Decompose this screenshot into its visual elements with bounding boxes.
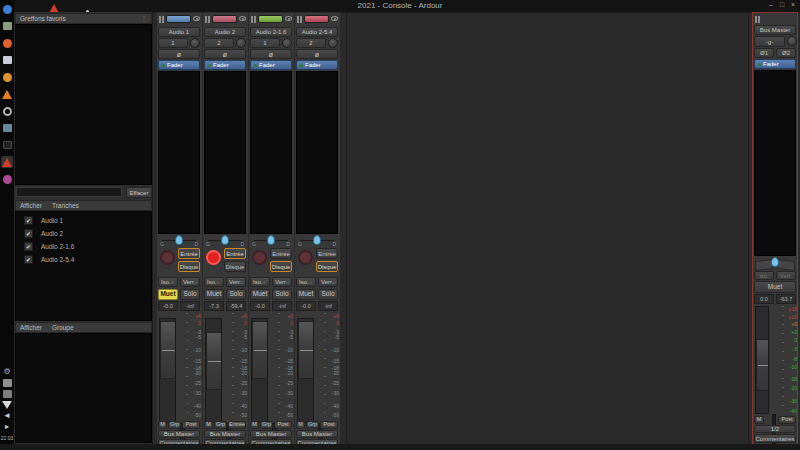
- master-m-button[interactable]: M: [754, 416, 764, 424]
- record-arm-button[interactable]: [206, 250, 221, 265]
- solo-isolate-button[interactable]: Iso.: [204, 277, 224, 287]
- strip-input-button[interactable]: 1: [250, 38, 280, 48]
- solo-isolate-button[interactable]: Iso.: [158, 277, 178, 287]
- close-button[interactable]: ×: [788, 1, 798, 8]
- strip-color-bar[interactable]: [212, 15, 237, 23]
- strip-input-button[interactable]: 2: [204, 38, 234, 48]
- browser-icon[interactable]: [1, 3, 13, 15]
- plugin-search-input[interactable]: [16, 187, 122, 197]
- track-list-item[interactable]: ✔Audio 2-5.4: [16, 253, 151, 266]
- strip-grip-icon[interactable]: [205, 16, 211, 23]
- favorites-menu-icon[interactable]: ⋮: [141, 15, 148, 23]
- master-mute-button[interactable]: Muet: [754, 281, 796, 293]
- master-trim-knob[interactable]: [787, 36, 797, 46]
- clear-search-button[interactable]: Effacer: [126, 187, 152, 198]
- meter-point-button[interactable]: Post: [274, 421, 292, 429]
- track-visible-checkbox[interactable]: ✔: [24, 216, 33, 225]
- pan-thumb[interactable]: [175, 235, 183, 245]
- strip-grip-icon[interactable]: [159, 16, 165, 23]
- strip-eye-icon[interactable]: [331, 16, 338, 21]
- monitor-input-button[interactable]: Entrée: [270, 248, 292, 259]
- mute-button[interactable]: Muet: [158, 289, 178, 300]
- minimize-button[interactable]: –: [766, 1, 776, 8]
- mute-button[interactable]: Muet: [250, 289, 270, 300]
- monitor-disk-button[interactable]: Disque: [178, 261, 200, 272]
- gain-display[interactable]: -0.0: [250, 301, 270, 311]
- strip-fader-processor[interactable]: Fader: [296, 60, 338, 70]
- fader-handle[interactable]: [252, 321, 268, 379]
- group-button[interactable]: Grp: [260, 421, 273, 429]
- master-iso-button[interactable]: Iso.: [754, 271, 774, 280]
- track-visible-checkbox[interactable]: ✔: [24, 255, 33, 264]
- strip-color-bar[interactable]: [258, 15, 283, 23]
- peak-display[interactable]: -59.4: [226, 301, 246, 311]
- strip-fader-processor[interactable]: Fader: [158, 60, 200, 70]
- strip-phase-button[interactable]: ø: [204, 49, 246, 59]
- master-phase2-button[interactable]: Ø2: [776, 48, 796, 58]
- strip-name-button[interactable]: Audio 1: [158, 27, 200, 37]
- gain-fader[interactable]: [205, 318, 222, 423]
- strip-name-button[interactable]: Audio 2-5.4: [296, 27, 338, 37]
- gain-fader[interactable]: [159, 318, 176, 423]
- processor-box[interactable]: [250, 71, 292, 234]
- solo-button[interactable]: Solo: [272, 289, 292, 300]
- strip-input-button[interactable]: 2: [296, 38, 326, 48]
- fader-handle[interactable]: [206, 332, 222, 390]
- master-verr-button[interactable]: Verr.: [776, 271, 796, 280]
- pan-thumb[interactable]: [267, 235, 275, 245]
- strip-eye-icon[interactable]: [285, 16, 292, 21]
- favorites-header[interactable]: Greffons favoris ⋮: [15, 13, 152, 24]
- metering-point-m-button[interactable]: M: [158, 421, 167, 429]
- solo-lock-button[interactable]: Verr.: [318, 277, 338, 287]
- monitor-input-button[interactable]: Entrée: [224, 248, 246, 259]
- pan-thumb[interactable]: [313, 235, 321, 245]
- strip-fader-processor[interactable]: Fader: [204, 60, 246, 70]
- strip-phase-button[interactable]: ø: [158, 49, 200, 59]
- strip-input-button[interactable]: 1: [158, 38, 188, 48]
- strip-trim-knob[interactable]: [190, 38, 200, 48]
- track-visible-checkbox[interactable]: ✔: [24, 229, 33, 238]
- track-list-item[interactable]: ✔Audio 2-1.6: [16, 240, 151, 253]
- favorite-plugins-list[interactable]: [15, 24, 152, 185]
- peak-display[interactable]: -inf: [318, 301, 338, 311]
- strip-color-bar[interactable]: [304, 15, 329, 23]
- group-button[interactable]: Grp: [168, 421, 181, 429]
- metering-point-m-button[interactable]: M: [250, 421, 259, 429]
- record-arm-button[interactable]: [252, 250, 267, 265]
- master-balance-control[interactable]: [754, 257, 796, 270]
- master-fader-handle[interactable]: [756, 339, 769, 391]
- monitor-disk-button[interactable]: Disque: [316, 261, 338, 272]
- track-list-item[interactable]: ✔Audio 2: [16, 227, 151, 240]
- solo-button[interactable]: Solo: [180, 289, 200, 300]
- ardour-icon[interactable]: [1, 156, 13, 168]
- metering-point-m-button[interactable]: M: [204, 421, 213, 429]
- solo-button[interactable]: Solo: [318, 289, 338, 300]
- gain-display[interactable]: -0.0: [158, 301, 178, 311]
- document-icon[interactable]: [1, 54, 13, 66]
- strip-trim-knob[interactable]: [236, 38, 246, 48]
- output-button[interactable]: Bus Master: [250, 430, 292, 438]
- gain-display[interactable]: -7.3: [204, 301, 224, 311]
- record-arm-button[interactable]: [160, 250, 175, 265]
- mute-button[interactable]: Muet: [296, 289, 316, 300]
- fader-handle[interactable]: [298, 321, 314, 379]
- master-fader-processor[interactable]: Fader: [754, 59, 796, 69]
- solo-lock-button[interactable]: Verr.: [180, 277, 200, 287]
- meter-point-button[interactable]: Post: [320, 421, 338, 429]
- strip-trim-knob[interactable]: [328, 38, 338, 48]
- media-purple-icon[interactable]: [1, 173, 13, 185]
- processor-box[interactable]: [158, 71, 200, 234]
- master-grip-icon[interactable]: [755, 16, 761, 23]
- monitor-disk-button[interactable]: Disque: [224, 261, 246, 272]
- output-button[interactable]: Bus Master: [296, 430, 338, 438]
- peak-display[interactable]: -inf: [272, 301, 292, 311]
- peak-display[interactable]: -inf: [180, 301, 200, 311]
- master-gain-display[interactable]: 0.0: [754, 294, 774, 304]
- master-gain-fader[interactable]: [755, 306, 769, 414]
- solo-button[interactable]: Solo: [226, 289, 246, 300]
- track-visible-checkbox[interactable]: ✔: [24, 242, 33, 251]
- strip-name-button[interactable]: Audio 2-1.6: [250, 27, 292, 37]
- balance-thumb[interactable]: [771, 257, 779, 267]
- terminal-icon[interactable]: [1, 139, 13, 151]
- solo-isolate-button[interactable]: Iso.: [296, 277, 316, 287]
